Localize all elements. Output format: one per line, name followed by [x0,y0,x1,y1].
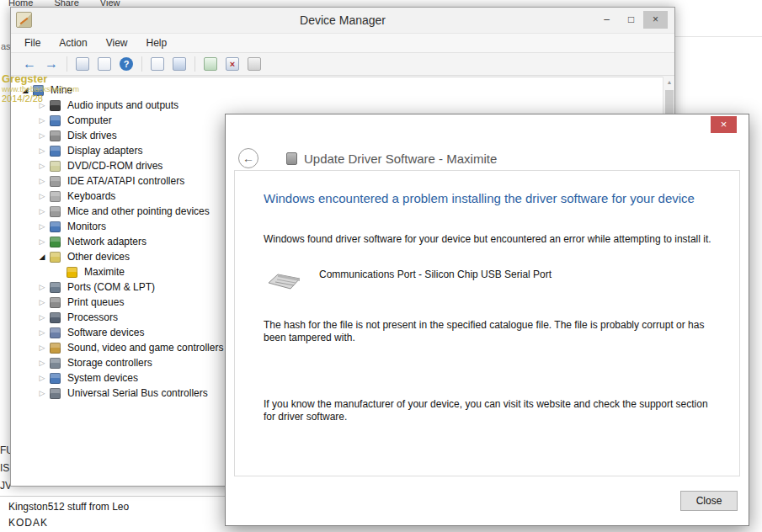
toolbar-separator [141,56,142,72]
expand-arrow-icon[interactable]: ▷ [36,328,48,337]
dialog-content: Windows encountered a problem installing… [234,170,740,476]
expand-arrow-icon[interactable]: ▷ [36,192,48,200]
tree-item-audio[interactable]: ▷Audio inputs and outputs [11,98,674,113]
tree-item-label: Mine [49,84,74,96]
tree-item-label: Software devices [66,327,146,338]
explorer-left-text: as [1,41,11,51]
expand-arrow-icon[interactable]: ▷ [36,101,48,109]
tree-item-label: Ports (COM & LPT) [66,281,157,293]
tree-item-label: Processors [66,311,120,323]
close-button[interactable]: × [643,11,668,29]
tree-item-label: Other devices [66,251,131,263]
system-device-icon [50,373,61,384]
expand-arrow-icon[interactable]: ▷ [36,359,48,367]
device-name: Communications Port - Silicon Chip USB S… [319,269,552,280]
unknown-device-icon [67,267,77,278]
tree-item-mine[interactable]: ◢Mine [11,82,674,98]
tree-item-label: Disk drives [66,130,119,141]
sound-controller-icon [50,343,61,354]
software-device-icon [50,327,61,338]
side-label-is: IS [0,462,9,474]
tree-item-label: Print queues [66,296,125,308]
expand-arrow-icon[interactable]: ▷ [36,177,48,185]
ribbon-divider [674,36,762,37]
update-driver-dialog: × ← Update Driver Software - Maximite Wi… [225,114,749,526]
properties-icon[interactable] [98,57,111,71]
back-icon[interactable]: ← [23,57,36,71]
dialog-back-button[interactable]: ← [238,148,258,168]
export-list-icon[interactable] [151,57,164,71]
toolbar-separator [194,56,195,72]
processor-icon [50,312,61,323]
tree-item-label: Maximite [83,266,126,278]
mouse-icon [50,206,61,217]
tree-item-label: Display adapters [66,145,144,157]
display-adapter-icon [50,146,61,157]
driver-wizard-icon [286,152,297,165]
expand-arrow-icon[interactable]: ▷ [36,222,48,231]
expand-arrow-icon[interactable]: ▷ [36,146,48,155]
network-adapter-icon [50,237,61,247]
minimize-button[interactable]: – [594,11,619,29]
help-icon[interactable]: ? [120,57,133,71]
update-driver-icon[interactable] [204,57,217,71]
storage-controller-icon [50,358,61,369]
tree-item-label: DVD/CD-ROM drives [66,160,164,172]
dvd-drive-icon [50,161,61,172]
error-text: The hash for the file is not present in … [264,319,717,344]
maximize-button[interactable]: □ [619,11,643,29]
computer-icon [50,115,61,126]
device-manager-titlebar[interactable]: Device Manager – □ × [11,8,674,33]
expand-arrow-icon[interactable]: ▷ [36,131,48,140]
tree-item-label: IDE ATA/ATAPI controllers [66,175,186,187]
scroll-up-icon[interactable]: ▲ [663,77,675,88]
tree-item-label: Sound, video and game controllers [66,342,225,354]
tree-item-label: Network adapters [66,236,148,247]
dialog-close-action-button[interactable]: Close [680,491,738,511]
show-console-tree-icon[interactable] [76,57,89,71]
ports-icon [50,282,61,293]
uninstall-icon[interactable]: × [226,57,239,71]
expand-arrow-icon[interactable]: ▷ [36,374,48,382]
menu-action[interactable]: Action [59,37,87,49]
expand-arrow-icon[interactable]: ▷ [36,283,48,291]
expand-arrow-icon[interactable]: ▷ [36,298,48,306]
expand-arrow-icon[interactable]: ◢ [19,86,31,94]
list-divider [0,496,225,497]
disk-drive-icon [50,130,61,141]
monitor-icon [50,221,61,232]
expand-arrow-icon[interactable]: ▷ [36,343,48,352]
speaker-icon [50,100,61,111]
expand-arrow-icon[interactable]: ▷ [36,237,48,246]
list-item-kodak[interactable]: KODAK [8,517,48,529]
expand-arrow-icon[interactable]: ▷ [36,162,48,170]
expand-arrow-icon[interactable]: ◢ [36,253,48,261]
device-row: Communications Port - Silicon Chip USB S… [265,269,552,290]
menu-help[interactable]: Help [147,37,168,49]
dm-toolbar: ←→?× [11,53,674,76]
toolbar-separator [67,56,67,72]
menu-view[interactable]: View [106,37,128,49]
tree-item-label: Universal Serial Bus controllers [66,387,210,399]
expand-arrow-icon[interactable]: ▷ [36,207,48,215]
tree-item-label: Mice and other pointing devices [66,205,211,217]
print-queue-icon [50,297,61,308]
expand-arrow-icon[interactable]: ▷ [36,116,48,125]
expand-arrow-icon[interactable]: ▷ [36,313,48,322]
dialog-title: Update Driver Software - Maximite [304,152,497,166]
scan-hardware-changes-icon[interactable] [173,57,186,71]
window-title: Device Manager [11,13,674,27]
tree-item-label: Keyboards [66,190,117,202]
list-item-kingston[interactable]: Kingston512 stuff from Leo [8,501,129,513]
other-devices-icon [50,252,61,263]
forward-icon[interactable]: → [45,57,58,71]
usb-controller-icon [50,388,61,399]
dialog-heading: Windows encountered a problem installing… [264,191,695,205]
disable-icon[interactable] [248,57,261,71]
expand-arrow-icon[interactable]: ▷ [36,389,48,397]
menu-file[interactable]: File [24,37,40,49]
dialog-close-button[interactable]: × [711,116,737,133]
dialog-paragraph: Windows found driver software for your d… [264,233,717,246]
ide-controller-icon [50,176,61,187]
menu-bar: File Action View Help [11,33,674,53]
